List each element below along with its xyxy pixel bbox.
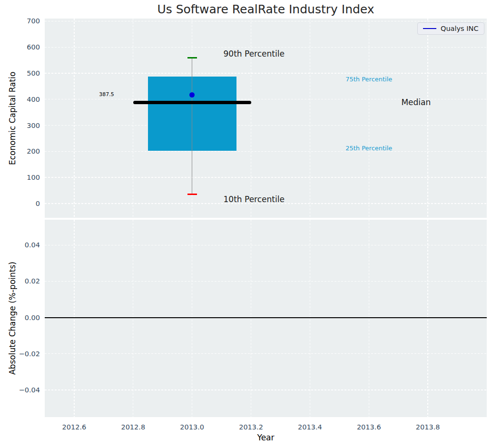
gridline-horizontal	[45, 353, 487, 354]
top-axes-plot: 90th Percentile10th Percentile387.575th …	[45, 19, 487, 218]
y-tick-label: 700	[15, 17, 40, 25]
x-tick-label: 2012.8	[117, 423, 150, 431]
gridline-horizontal	[45, 21, 487, 21]
gridline-horizontal	[45, 390, 487, 390]
whisker-cap-90th	[187, 57, 197, 58]
y-tick-label: 0	[15, 199, 40, 208]
y-tick-label: 600	[15, 43, 40, 51]
gridline-horizontal	[45, 245, 487, 245]
gridline-vertical	[133, 220, 133, 417]
median-line	[133, 101, 251, 104]
gridline-vertical	[192, 220, 192, 417]
gridline-vertical	[251, 19, 251, 218]
y-tick-label: 500	[15, 69, 40, 78]
gridline-vertical	[427, 19, 428, 218]
x-tick-label: 2013.8	[411, 423, 444, 431]
annotation: 387.5	[99, 91, 114, 97]
gridline-vertical	[251, 220, 251, 417]
gridline-horizontal	[45, 151, 487, 152]
gridline-vertical	[133, 19, 133, 218]
gridline-vertical	[74, 220, 74, 417]
whisker-line	[192, 58, 192, 195]
chart-title: Us Software RealRate Industry Index	[45, 2, 487, 16]
x-tick-label: 2013.0	[176, 423, 209, 431]
whisker-cap-10th	[187, 194, 197, 195]
figure: Us Software RealRate Industry Index 90th…	[0, 0, 492, 448]
x-tick-label: 2013.2	[235, 423, 268, 431]
annotation: Median	[401, 97, 431, 107]
y-tick-label: 400	[15, 95, 40, 104]
gridline-vertical	[427, 220, 428, 417]
gridline-vertical	[310, 220, 310, 417]
legend-label: Qualys INC	[441, 25, 479, 32]
gridline-vertical	[74, 19, 74, 218]
y-tick-label: 0.02	[15, 277, 40, 285]
gridline-vertical	[369, 220, 369, 417]
bottom-axes-plot	[45, 220, 487, 417]
x-tick-label: 2013.6	[352, 423, 385, 431]
gridline-vertical	[310, 19, 310, 218]
y-tick-label: 200	[15, 147, 40, 156]
annotation: 90th Percentile	[224, 49, 285, 58]
gridline-vertical	[369, 19, 369, 218]
annotation: 25th Percentile	[345, 145, 392, 152]
y-tick-label: 0.00	[15, 313, 40, 322]
gridline-horizontal	[45, 281, 487, 282]
gridline-horizontal	[45, 73, 487, 73]
y-tick-label: 100	[15, 173, 40, 182]
annotation: 75th Percentile	[345, 76, 392, 83]
y-tick-label: 0.04	[15, 241, 40, 249]
gridline-horizontal	[45, 177, 487, 177]
annotation: 10th Percentile	[224, 195, 285, 204]
y-tick-label: −0.02	[15, 350, 40, 358]
zero-line	[45, 317, 487, 318]
gridline-horizontal	[45, 125, 487, 126]
legend: Qualys INC	[417, 22, 484, 35]
legend-line-sample	[423, 28, 436, 29]
x-axis-label: Year	[45, 433, 487, 442]
gridline-horizontal	[45, 47, 487, 48]
y-tick-label: 300	[15, 121, 40, 130]
x-tick-label: 2013.4	[293, 423, 326, 431]
x-tick-label: 2012.6	[58, 423, 91, 431]
y-tick-label: −0.04	[15, 386, 40, 394]
